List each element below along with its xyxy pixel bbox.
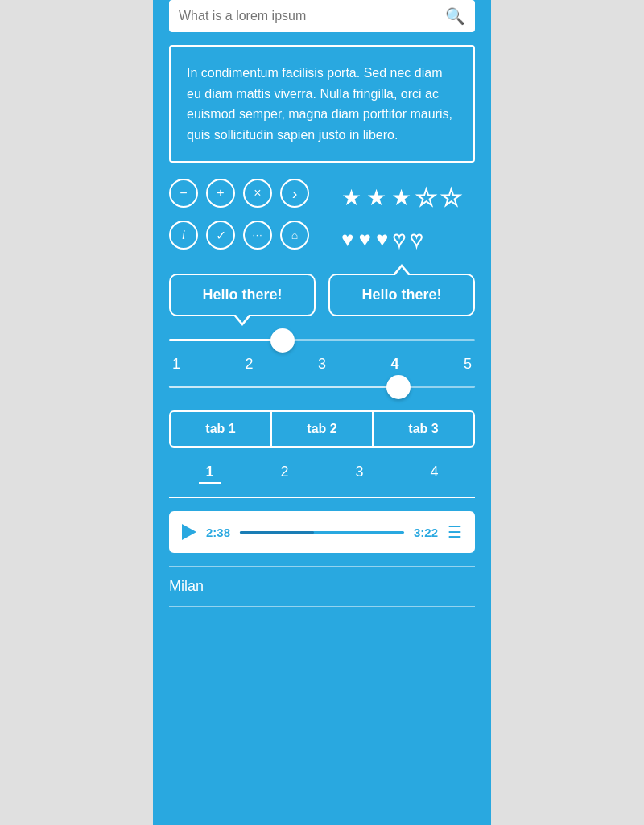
home-icon[interactable]: ⌂ [280, 221, 309, 250]
scale-2: 2 [245, 356, 253, 373]
star-2[interactable]: ★ [366, 184, 386, 211]
slider1-track [169, 339, 475, 341]
tabs-row: tab 1 tab 2 tab 3 [169, 410, 475, 448]
bottom-divider-2 [169, 606, 475, 607]
slider2-track [169, 386, 475, 388]
heart-1[interactable]: ♥ [341, 227, 353, 252]
play-button[interactable] [182, 524, 196, 540]
tab-3[interactable]: tab 3 [374, 412, 473, 446]
scale-5: 5 [464, 356, 472, 373]
heart-2[interactable]: ♥ [358, 227, 370, 252]
slider2-thumb[interactable] [386, 375, 411, 399]
audio-track[interactable] [240, 531, 404, 534]
tab-1[interactable]: tab 1 [171, 412, 272, 446]
page-4[interactable]: 4 [423, 460, 444, 484]
pagination-line [169, 497, 475, 498]
page-1[interactable]: 1 [199, 460, 220, 484]
text-block-content: In condimentum facilisis porta. Sed nec … [187, 66, 452, 142]
audio-progress [240, 531, 314, 534]
star-4[interactable]: ★ [416, 184, 436, 211]
search-icon[interactable]: 🔍 [445, 6, 465, 26]
slider2-container [169, 379, 475, 394]
icons-section: − + × › ★ ★ ★ ★ ★ i ✓ ··· ⌂ [169, 179, 475, 258]
bubbles-section: Hello there! Hello there! [169, 274, 475, 316]
audio-player: 2:38 3:22 ☰ [169, 511, 475, 553]
scale-numbers: 1 2 3 4 5 [169, 356, 475, 373]
info-icon[interactable]: i [169, 221, 198, 250]
bubble-left-text: Hello there! [202, 287, 282, 303]
scale-4: 4 [390, 356, 398, 373]
chevron-icon[interactable]: › [280, 179, 309, 208]
menu-icon[interactable]: ☰ [448, 522, 462, 542]
time-current: 2:38 [206, 526, 230, 539]
time-total: 3:22 [414, 526, 438, 539]
heart-5[interactable]: ♥ [411, 227, 423, 252]
slider1-section [169, 332, 475, 348]
page-3[interactable]: 3 [349, 460, 369, 484]
bubble-right[interactable]: Hello there! [328, 274, 475, 316]
hearts-row: ♥ ♥ ♥ ♥ ♥ [341, 227, 423, 252]
minus-icon[interactable]: − [169, 179, 198, 208]
star-1[interactable]: ★ [341, 184, 361, 211]
slider1-thumb[interactable] [270, 328, 295, 353]
scale-1: 1 [172, 356, 180, 373]
pagination-row: 1 2 3 4 [169, 460, 475, 484]
slider1-fill [169, 339, 283, 341]
tab-2[interactable]: tab 2 [272, 412, 374, 446]
slider2-fill [169, 386, 398, 388]
check-icon[interactable]: ✓ [206, 221, 235, 250]
bubble-right-text: Hello there! [361, 287, 441, 303]
heart-3[interactable]: ♥ [376, 227, 388, 252]
star-5[interactable]: ★ [441, 184, 461, 211]
text-block: In condimentum facilisis porta. Sed nec … [169, 45, 475, 163]
stars-row: ★ ★ ★ ★ ★ [341, 184, 461, 211]
search-input[interactable] [179, 9, 445, 23]
heart-4[interactable]: ♥ [393, 227, 405, 252]
bottom-divider [169, 566, 475, 567]
slider1-container [169, 332, 475, 348]
bubble-left[interactable]: Hello there! [169, 274, 316, 316]
search-bar: 🔍 [169, 0, 475, 32]
bottom-label: Milan [169, 575, 475, 598]
plus-icon[interactable]: + [206, 179, 235, 208]
page-2[interactable]: 2 [274, 460, 295, 484]
ellipsis-icon[interactable]: ··· [243, 221, 272, 250]
scale-3: 3 [318, 356, 326, 373]
close-icon[interactable]: × [243, 179, 272, 208]
star-3[interactable]: ★ [391, 184, 411, 211]
